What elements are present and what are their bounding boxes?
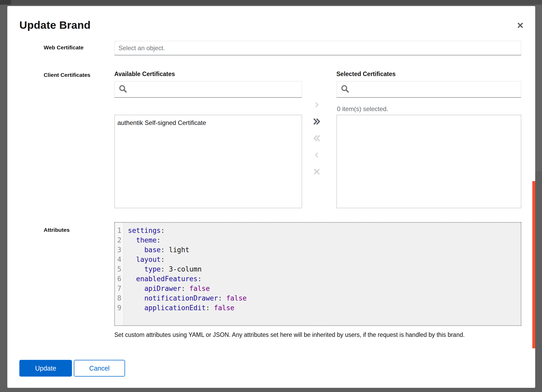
move-selected-right-button[interactable] [311,99,323,111]
backdrop-top-strip [0,0,542,5]
dual-list-controls [311,99,323,182]
line-number: 2 [115,235,123,245]
update-button[interactable]: Update [19,360,72,377]
modal-scrollbar-thumb[interactable] [532,181,535,348]
web-certificate-label: Web Certificate [44,44,84,51]
attributes-code-editor[interactable]: 123456789 settings: theme: base: light l… [114,222,521,326]
web-certificate-select[interactable] [114,41,521,55]
available-search-input[interactable] [115,82,302,97]
line-number: 4 [115,255,123,264]
code-line: layout: [128,255,521,264]
times-icon [313,168,321,176]
angle-double-left-icon [313,134,321,142]
close-icon [517,22,524,30]
move-selected-left-button[interactable] [311,149,323,161]
search-icon [341,85,349,94]
line-number: 3 [115,245,123,255]
cancel-button[interactable]: Cancel [74,360,125,377]
line-number: 5 [115,264,123,274]
selected-count-status: 0 item(s) selected. [337,105,388,113]
client-certificates-label: Client Certificates [44,72,91,78]
available-certificates-heading: Available Certificates [114,71,175,78]
code-line: settings: [128,226,521,235]
code-line: notificationDrawer: false [128,293,521,303]
code-line: type: 3-column [128,264,521,274]
line-number: 8 [115,293,123,303]
selected-search-input[interactable] [337,82,521,97]
available-certificates-list[interactable]: authentik Self-signed Certificate [114,115,302,208]
code-lines: settings: theme: base: light layout: typ… [124,223,521,325]
line-number: 1 [115,226,123,235]
backdrop-right-strip [535,5,542,171]
move-all-right-button[interactable] [311,116,323,128]
code-gutter: 123456789 [115,223,124,325]
angle-right-icon [313,101,320,108]
line-number: 9 [115,303,123,313]
angle-left-icon [313,152,320,158]
search-icon [119,85,127,94]
code-line: applicationEdit: false [128,303,521,313]
close-button[interactable] [515,21,525,31]
update-brand-modal: Update Brand Web Certificate Client Cert… [7,6,535,388]
angle-double-right-icon [313,117,321,126]
code-line: theme: [128,235,521,245]
selected-certificates-list[interactable] [336,115,521,208]
move-all-left-button[interactable] [311,132,323,144]
code-line: enabledFeatures: [128,274,521,284]
line-number: 6 [115,274,123,284]
available-search-box[interactable] [114,81,302,98]
clear-selection-button[interactable] [311,166,323,178]
attributes-help-text: Set custom attributes using YAML or JSON… [114,331,525,338]
backdrop-corner-patch [0,0,11,5]
selected-search-box[interactable] [336,81,521,98]
list-item[interactable]: authentik Self-signed Certificate [115,115,302,129]
code-line: apiDrawer: false [128,284,521,293]
selected-certificates-heading: Selected Certificates [336,71,396,78]
modal-title: Update Brand [19,19,91,31]
attributes-label: Attributes [44,227,70,233]
line-number: 7 [115,284,123,293]
code-line: base: light [128,245,521,255]
web-certificate-input[interactable] [115,41,521,55]
